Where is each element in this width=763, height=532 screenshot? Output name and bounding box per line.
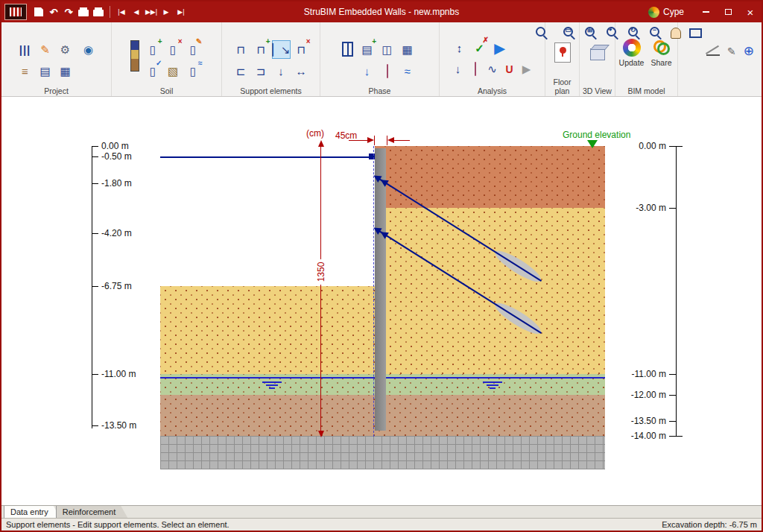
soil-assign-icon[interactable]: ▯✓ — [144, 62, 162, 80]
erase-phase-icon[interactable] — [378, 62, 396, 80]
group-label-soil: Soil — [112, 86, 221, 95]
check-analysis-icon[interactable]: ✓✗ — [470, 39, 489, 57]
height-dimension-line — [320, 147, 321, 431]
anchor-arrow-glyph: ↘ — [281, 43, 291, 56]
phase-water-level-icon[interactable]: ≈ — [398, 62, 417, 80]
ribbon-group-support-elements: ⊓ ⊓+ ▏↘ ⊓× ⊏ ⊐ ↓ ↔ Support elements — [222, 22, 320, 96]
scale-tick — [92, 156, 98, 157]
styles-pencil-icon[interactable]: ✎ — [727, 45, 736, 57]
soil-add-layer-icon[interactable]: ▯+ — [144, 40, 162, 59]
soil-edit-layer-icon[interactable]: ▯✎ — [184, 40, 203, 59]
tab-data-entry[interactable]: Data entry — [4, 506, 60, 518]
strut-left-icon[interactable]: ⊏ — [232, 62, 250, 80]
tab-reinforcement[interactable]: Reinforcement — [56, 506, 128, 518]
zoom-window-icon[interactable]: ▭ — [563, 26, 576, 39]
edit-anchors-icon[interactable]: ▏↘ — [272, 40, 291, 59]
move-support-icon[interactable]: ↔ — [292, 62, 311, 80]
print-button[interactable] — [76, 4, 91, 20]
fit-screen-icon[interactable] — [689, 28, 702, 38]
edit-badge: ✎ — [196, 38, 202, 45]
titlebar-separator — [110, 6, 110, 18]
view-3d-button[interactable] — [584, 39, 611, 66]
wall-bar-glyph: ▏ — [273, 43, 282, 56]
zoom-extents-icon[interactable]: ⊞ — [584, 26, 598, 39]
nav-previous-button[interactable]: ◀ — [129, 4, 144, 20]
delete-badge: × — [178, 38, 183, 45]
redo-button[interactable]: ↷ — [61, 4, 76, 20]
results-curves-icon[interactable]: ∿ — [484, 60, 500, 78]
dimension-extension-line — [374, 136, 375, 145]
load-support-icon[interactable]: ↓ — [272, 62, 291, 80]
reset-analysis-icon[interactable]: U — [501, 60, 517, 78]
close-button[interactable]: × — [739, 1, 762, 22]
drawing-canvas[interactable]: 0.00 m -0.50 m -1.80 m -4.20 m -6.75 m -… — [1, 97, 763, 505]
undo-icon: ↶ — [50, 7, 58, 18]
app-icon[interactable] — [4, 4, 27, 20]
borehole-icon[interactable] — [130, 40, 139, 72]
excavation-level-line[interactable] — [160, 156, 375, 158]
redraw-icon[interactable]: ↻ — [627, 26, 641, 39]
minimize-icon — [703, 11, 709, 13]
visibility-eye-icon[interactable]: ◉ — [79, 40, 98, 59]
cype-logo-icon — [648, 7, 659, 18]
nav-next-button[interactable]: ▶ — [159, 4, 174, 20]
pan-hand-icon[interactable] — [671, 28, 681, 39]
soil-strata-icon[interactable]: ≡ — [16, 62, 34, 80]
undo-button[interactable]: ↶ — [46, 4, 61, 20]
share-icon — [653, 39, 671, 57]
bim-update-button[interactable]: Update — [618, 39, 645, 67]
measure-slope-icon[interactable] — [706, 46, 720, 56]
ribbon-group-project: ||| ✎ ⚙ ≡ ▤ ▦ ◉ Project — [1, 22, 112, 96]
copy-phase-icon[interactable]: ◫ — [378, 40, 396, 59]
floor-plan-button[interactable] — [549, 39, 576, 66]
group-label-phase: Phase — [320, 86, 439, 95]
wall-glyph: ▯ — [190, 65, 196, 77]
dimension-unit-label: (cm) — [306, 128, 324, 139]
continue-analysis-icon[interactable]: ▶ — [519, 60, 534, 78]
search-icon[interactable] — [535, 26, 548, 39]
save-button[interactable] — [31, 4, 46, 20]
delete-support-icon[interactable]: ⊓× — [292, 40, 311, 59]
soil-colors-icon[interactable]: ▧ — [164, 62, 183, 80]
web-globe-icon[interactable]: ⊕ — [744, 45, 754, 57]
plus-badge: + — [266, 38, 270, 45]
run-analysis-icon[interactable]: ▶ — [490, 39, 509, 57]
loads-icon[interactable]: ↕ — [450, 39, 469, 57]
scale-tick — [92, 425, 98, 426]
wall-elevation-icon[interactable]: ▤ — [36, 62, 54, 80]
nav-first-button[interactable]: |◀ — [114, 4, 129, 20]
add-phase-icon[interactable]: ▤+ — [358, 40, 376, 59]
soil-layer-rock[interactable] — [160, 436, 605, 469]
soil-layer-sand-left[interactable] — [160, 286, 375, 374]
add-support-icon[interactable]: ⊓+ — [252, 40, 270, 59]
wall-top-support-icon[interactable]: ⊓ — [232, 40, 250, 59]
soil-layer-sand-right[interactable] — [375, 208, 605, 374]
ribbon: ||| ✎ ⚙ ≡ ▤ ▦ ◉ Project ▯+ ▯× ▯✎ ▯✓ ▧ — [1, 22, 762, 97]
view-phase-icon[interactable]: ▦ — [398, 40, 417, 59]
depth-label: -13.50 m — [620, 416, 666, 426]
zoom-previous-icon[interactable]: ↶ — [606, 26, 619, 39]
maximize-button[interactable] — [717, 1, 739, 22]
status-bar: Support elements - Edit support elements… — [1, 518, 762, 531]
excavation-level-icon[interactable]: ↓ — [358, 62, 376, 80]
phase-manager-icon[interactable] — [342, 42, 353, 57]
erase-results-icon[interactable] — [467, 60, 483, 78]
bim-share-button[interactable]: Share — [648, 39, 674, 67]
retaining-walls-icon[interactable]: ||| — [16, 40, 34, 59]
group-label-floor-plan: Floor plan — [545, 77, 579, 95]
settings-gear-icon[interactable]: ⚙ — [56, 40, 75, 59]
water-table-icon[interactable]: ▯≈ — [184, 62, 203, 80]
zoom-out-icon[interactable]: − — [649, 26, 662, 39]
report-options-icon[interactable]: ▦ — [56, 62, 75, 80]
nav-last-button[interactable]: ▶| — [174, 4, 189, 20]
minimize-button[interactable] — [694, 1, 717, 22]
push-results-icon[interactable]: ↓ — [450, 60, 466, 78]
embedded-wall[interactable] — [375, 148, 386, 431]
group-label-support-elements: Support elements — [222, 86, 320, 95]
soil-delete-layer-icon[interactable]: ▯× — [164, 40, 183, 59]
plot-button[interactable] — [91, 4, 106, 20]
strut-right-icon[interactable]: ⊐ — [252, 62, 270, 80]
depth-label: -11.00 m — [620, 369, 666, 379]
edit-project-icon[interactable]: ✎ — [36, 40, 54, 59]
nav-fast-forward-button[interactable]: ▶▶| — [144, 4, 159, 20]
